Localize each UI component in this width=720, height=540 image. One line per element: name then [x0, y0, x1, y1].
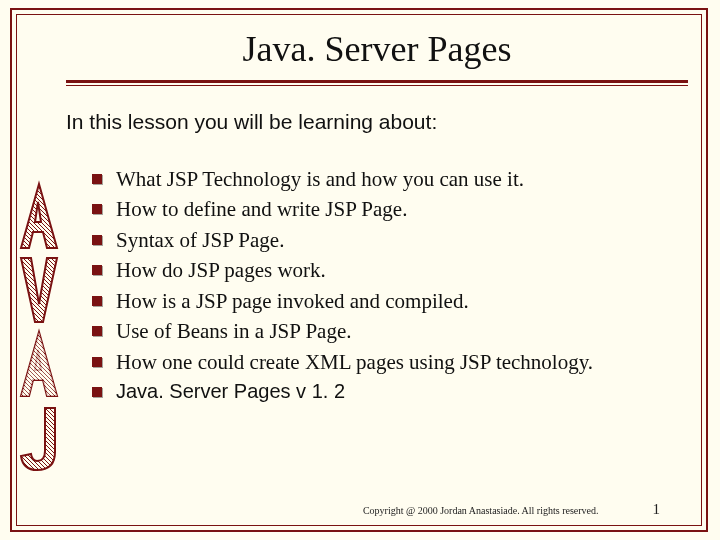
list-item: Use of Beans in a JSP Page.	[92, 316, 690, 346]
slide-footer: Copyright @ 2000 Jordan Anastasiade. All…	[80, 501, 660, 518]
list-item: How do JSP pages work.	[92, 255, 690, 285]
list-item: Syntax of JSP Page.	[92, 225, 690, 255]
list-item: How one could create XML pages using JSP…	[92, 347, 690, 377]
page-title: Java. Server Pages	[64, 28, 690, 70]
letter-j-icon	[19, 402, 59, 474]
letter-a-icon	[19, 328, 59, 400]
list-item: How is a JSP page invoked and compiled.	[92, 286, 690, 316]
page-number: 1	[653, 501, 661, 518]
letter-a2-icon	[19, 180, 59, 252]
intro-text: In this lesson you will be learning abou…	[66, 110, 690, 134]
list-item: How to define and write JSP Page.	[92, 194, 690, 224]
title-rule-thick	[66, 80, 688, 83]
letter-v-icon	[19, 254, 59, 326]
list-item: What JSP Technology is and how you can u…	[92, 164, 690, 194]
bullet-list: What JSP Technology is and how you can u…	[92, 164, 690, 406]
java-vertical-art	[16, 118, 62, 478]
list-item: Java. Server Pages v 1. 2	[92, 377, 690, 406]
copyright-text: Copyright @ 2000 Jordan Anastasiade. All…	[363, 505, 599, 516]
slide-content: Java. Server Pages In this lesson you wi…	[64, 20, 690, 520]
title-rule-thin	[66, 85, 688, 86]
